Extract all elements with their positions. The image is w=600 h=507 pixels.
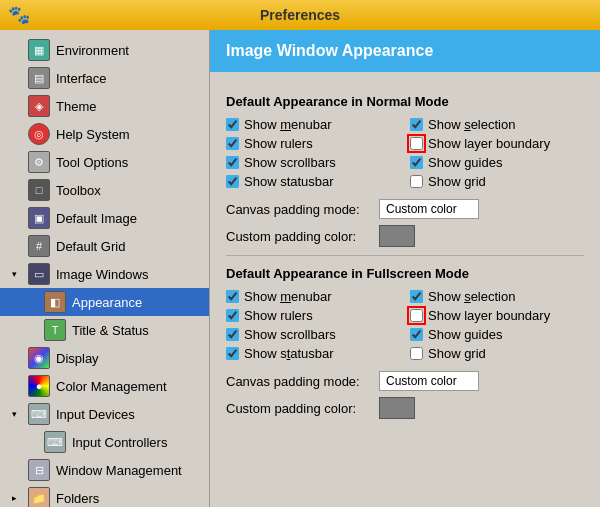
sidebar-label-environment: Environment: [56, 43, 129, 58]
normal-padding-mode-row: Canvas padding mode: Custom color: [226, 199, 584, 219]
checkbox-full-menubar-label: Show menubar: [244, 289, 331, 304]
icon-appearance: ◧: [44, 291, 66, 313]
sidebar-item-input-controllers[interactable]: ⌨Input Controllers: [0, 428, 209, 456]
title-bar: 🐾 Preferences: [0, 0, 600, 30]
sidebar-item-theme[interactable]: ◈Theme: [0, 92, 209, 120]
normal-checkboxes: Show menubar Show selection Show rulers …: [226, 117, 584, 189]
sidebar-label-toolbox: Toolbox: [56, 183, 101, 198]
normal-padding-color-swatch[interactable]: [379, 225, 415, 247]
sidebar-item-tool-options[interactable]: ⚙Tool Options: [0, 148, 209, 176]
content-panel: Image Window Appearance Default Appearan…: [210, 30, 600, 507]
sidebar-item-display[interactable]: ◉Display: [0, 344, 209, 372]
icon-tool-options: ⚙: [28, 151, 50, 173]
checkbox-full-rulers-label: Show rulers: [244, 308, 313, 323]
content-header: Image Window Appearance: [210, 30, 600, 72]
main-area: ▦Environment ▤Interface ◈Theme ◎Help Sys…: [0, 30, 600, 507]
sidebar-item-interface[interactable]: ▤Interface: [0, 64, 209, 92]
checkbox-full-scrollbars-input[interactable]: [226, 328, 239, 341]
checkbox-normal-rulers-input[interactable]: [226, 137, 239, 150]
icon-toolbox: □: [28, 179, 50, 201]
checkbox-normal-layer-label: Show layer boundary: [428, 136, 550, 151]
checkbox-normal-rulers-label: Show rulers: [244, 136, 313, 151]
checkbox-full-menubar[interactable]: Show menubar: [226, 289, 400, 304]
checkbox-normal-scrollbars-label: Show scrollbars: [244, 155, 336, 170]
checkbox-full-grid-label: Show grid: [428, 346, 486, 361]
sidebar-label-help-system: Help System: [56, 127, 130, 142]
checkbox-normal-guides-input[interactable]: [410, 156, 423, 169]
checkbox-full-selection-input[interactable]: [410, 290, 423, 303]
checkbox-full-statusbar[interactable]: Show statusbar: [226, 346, 400, 361]
normal-padding-color-label: Custom padding color:: [226, 229, 371, 244]
sidebar-label-title-status: Title & Status: [72, 323, 149, 338]
checkbox-full-layer[interactable]: Show layer boundary: [410, 308, 584, 323]
checkbox-normal-rulers[interactable]: Show rulers: [226, 136, 400, 151]
sidebar-label-display: Display: [56, 351, 99, 366]
sidebar-item-appearance[interactable]: ◧Appearance: [0, 288, 209, 316]
checkbox-normal-layer-input[interactable]: [410, 137, 423, 150]
checkbox-full-statusbar-input[interactable]: [226, 347, 239, 360]
content-body: Default Appearance in Normal Mode Show m…: [210, 80, 600, 441]
expand-icon-image-windows: ▾: [12, 269, 26, 279]
checkbox-normal-grid-label: Show grid: [428, 174, 486, 189]
full-padding-color-row: Custom padding color:: [226, 397, 584, 419]
sidebar-label-interface: Interface: [56, 71, 107, 86]
sidebar-item-image-windows[interactable]: ▾▭Image Windows: [0, 260, 209, 288]
checkbox-full-grid[interactable]: Show grid: [410, 346, 584, 361]
checkbox-full-grid-input[interactable]: [410, 347, 423, 360]
icon-folders: 📁: [28, 487, 50, 507]
sidebar-item-default-grid[interactable]: #Default Grid: [0, 232, 209, 260]
icon-default-image: ▣: [28, 207, 50, 229]
checkbox-normal-grid-input[interactable]: [410, 175, 423, 188]
sidebar-item-toolbox[interactable]: □Toolbox: [0, 176, 209, 204]
checkbox-normal-layer[interactable]: Show layer boundary: [410, 136, 584, 151]
sidebar-item-help-system[interactable]: ◎Help System: [0, 120, 209, 148]
checkbox-normal-menubar[interactable]: Show menubar: [226, 117, 400, 132]
checkbox-full-menubar-input[interactable]: [226, 290, 239, 303]
checkbox-normal-guides[interactable]: Show guides: [410, 155, 584, 170]
normal-padding-mode-value: Custom color: [379, 199, 479, 219]
checkbox-full-selection[interactable]: Show selection: [410, 289, 584, 304]
normal-padding-mode-label: Canvas padding mode:: [226, 202, 371, 217]
checkbox-normal-guides-label: Show guides: [428, 155, 502, 170]
checkbox-full-guides[interactable]: Show guides: [410, 327, 584, 342]
icon-default-grid: #: [28, 235, 50, 257]
checkbox-full-rulers[interactable]: Show rulers: [226, 308, 400, 323]
checkbox-normal-grid[interactable]: Show grid: [410, 174, 584, 189]
checkbox-full-scrollbars[interactable]: Show scrollbars: [226, 327, 400, 342]
checkbox-full-guides-input[interactable]: [410, 328, 423, 341]
sidebar-item-environment[interactable]: ▦Environment: [0, 36, 209, 64]
expand-icon-input-devices: ▾: [12, 409, 26, 419]
sidebar-item-title-status[interactable]: TTitle & Status: [0, 316, 209, 344]
sidebar-label-window-management: Window Management: [56, 463, 182, 478]
fullscreen-checkboxes: Show menubar Show selection Show rulers …: [226, 289, 584, 361]
sidebar-label-theme: Theme: [56, 99, 96, 114]
full-padding-color-swatch[interactable]: [379, 397, 415, 419]
sidebar-item-default-image[interactable]: ▣Default Image: [0, 204, 209, 232]
normal-section-title: Default Appearance in Normal Mode: [226, 94, 584, 109]
checkbox-normal-selection-input[interactable]: [410, 118, 423, 131]
checkbox-full-selection-label: Show selection: [428, 289, 515, 304]
full-padding-color-label: Custom padding color:: [226, 401, 371, 416]
checkbox-normal-selection-label: Show selection: [428, 117, 515, 132]
sidebar-label-default-image: Default Image: [56, 211, 137, 226]
sidebar-item-input-devices[interactable]: ▾⌨Input Devices: [0, 400, 209, 428]
sidebar-item-color-management[interactable]: ●Color Management: [0, 372, 209, 400]
sidebar-label-input-controllers: Input Controllers: [72, 435, 167, 450]
checkbox-normal-menubar-input[interactable]: [226, 118, 239, 131]
full-padding-mode-value: Custom color: [379, 371, 479, 391]
checkbox-normal-statusbar[interactable]: Show statusbar: [226, 174, 400, 189]
window-title: Preferences: [260, 7, 340, 23]
checkbox-full-layer-input[interactable]: [410, 309, 423, 322]
icon-input-controllers: ⌨: [44, 431, 66, 453]
checkbox-normal-scrollbars-input[interactable]: [226, 156, 239, 169]
sidebar-item-window-management[interactable]: ⊟Window Management: [0, 456, 209, 484]
sidebar: ▦Environment ▤Interface ◈Theme ◎Help Sys…: [0, 30, 210, 507]
checkbox-full-rulers-input[interactable]: [226, 309, 239, 322]
checkbox-normal-selection[interactable]: Show selection: [410, 117, 584, 132]
checkbox-normal-statusbar-input[interactable]: [226, 175, 239, 188]
sidebar-label-default-grid: Default Grid: [56, 239, 125, 254]
sidebar-item-folders[interactable]: ▸📁Folders: [0, 484, 209, 507]
sidebar-label-folders: Folders: [56, 491, 99, 506]
checkbox-normal-scrollbars[interactable]: Show scrollbars: [226, 155, 400, 170]
checkbox-full-statusbar-label: Show statusbar: [244, 346, 334, 361]
